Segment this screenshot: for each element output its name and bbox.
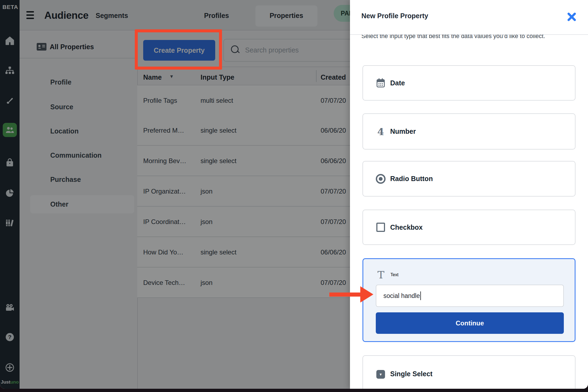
panel-header: New Profile Property <box>350 0 588 35</box>
option-card-date[interactable]: Date <box>362 65 576 101</box>
radio-icon <box>376 174 386 184</box>
option-label: Radio Button <box>390 175 433 183</box>
option-label: Text <box>390 272 398 277</box>
new-profile-property-panel: Select the input type that best fits the… <box>350 0 588 389</box>
number-4-icon: 4 <box>376 126 386 137</box>
option-label: Checkbox <box>390 223 423 231</box>
panel-title: New Profile Property <box>361 12 428 20</box>
app-window: Audience Segments Profiles Properties PA… <box>0 0 588 389</box>
option-label: Number <box>390 127 416 135</box>
option-label: Date <box>390 79 405 87</box>
option-card-text-selected[interactable]: T Text social handle Continue <box>362 258 576 342</box>
annotation-highlight-box <box>135 29 222 70</box>
continue-button[interactable]: Continue <box>376 312 564 334</box>
option-card-number[interactable]: 4 Number <box>362 113 576 150</box>
text-t-icon: T <box>376 269 386 281</box>
dropdown-icon: ▼ <box>376 370 386 379</box>
close-icon[interactable] <box>566 11 578 23</box>
calendar-icon <box>376 78 386 88</box>
option-card-checkbox[interactable]: Checkbox <box>362 210 576 245</box>
text-cursor <box>420 291 421 300</box>
option-card-radio-button[interactable]: Radio Button <box>362 161 576 197</box>
option-card-single-select[interactable]: ▼ Single Select <box>362 355 576 389</box>
checkbox-icon <box>376 223 386 232</box>
property-name-input[interactable]: social handle <box>376 285 564 307</box>
annotation-arrow-head <box>360 286 373 303</box>
option-label: Single Select <box>390 370 433 378</box>
annotation-arrow <box>329 293 361 297</box>
